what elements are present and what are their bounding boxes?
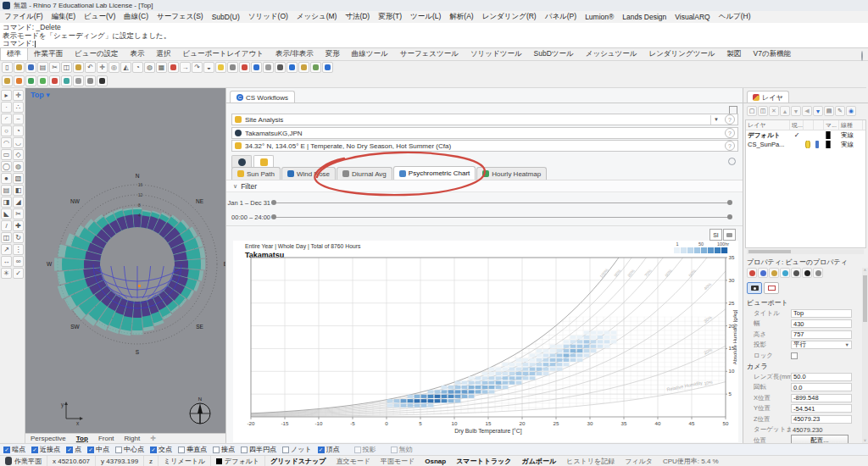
chart-tab-sun-path[interactable]: Sun Path: [231, 167, 281, 180]
checkbox-icon[interactable]: [241, 447, 248, 453]
conic-icon[interactable]: ◡: [13, 137, 24, 148]
menu-item-レンダリング(R)[interactable]: レンダリング(R): [478, 12, 541, 22]
layer-lock-cell[interactable]: [814, 141, 824, 148]
match-layer-icon[interactable]: ▤: [824, 106, 834, 116]
layer-color-swatch[interactable]: [826, 141, 831, 148]
property-value-field[interactable]: 0.0: [791, 383, 852, 391]
menu-item-ツール(L)[interactable]: ツール(L): [406, 12, 445, 22]
toolbar-tab-作業平面[interactable]: 作業平面: [28, 48, 69, 60]
copy-icon[interactable]: ◫: [1, 232, 12, 243]
move-down-icon[interactable]: ▼: [791, 106, 801, 116]
layer-linetype-cell[interactable]: 実線: [839, 131, 863, 140]
menu-item-VisualARQ[interactable]: VisualARQ: [670, 13, 714, 21]
checkbox-icon[interactable]: [178, 447, 185, 453]
mesh-icon[interactable]: [813, 268, 823, 278]
material-icon[interactable]: [758, 268, 768, 278]
toolbar-tab-標準[interactable]: 標準: [0, 47, 28, 60]
location-climate-row[interactable]: 34.32° N, 134.05° E | Temperate, No Dry …: [231, 140, 738, 152]
osnap-中心点[interactable]: 中心点: [115, 445, 144, 454]
menu-item-パネル(P)[interactable]: パネル(P): [541, 12, 581, 22]
status-toggle-フィルタ[interactable]: フィルタ: [620, 457, 658, 466]
toolbar-tab-メッシュツール[interactable]: メッシュツール: [580, 48, 643, 60]
osnap-垂直点[interactable]: 垂直点: [178, 445, 207, 454]
checkbox-icon[interactable]: ✓: [318, 447, 325, 453]
command-area[interactable]: コマンド: _Delete 表示モードを「シェーディング」に設定しました。 コマ…: [0, 23, 868, 48]
tools-icon[interactable]: [310, 62, 321, 73]
help-icon[interactable]: [322, 62, 333, 73]
toolbar-tab-サーフェスツール[interactable]: サーフェスツール: [394, 48, 465, 60]
osnap-中点[interactable]: ✓中点: [87, 445, 109, 454]
annotation-icon[interactable]: [791, 268, 801, 278]
context-teal-box-icon[interactable]: [61, 75, 72, 86]
viewport-tab-Top[interactable]: Top: [71, 435, 93, 442]
export-icon[interactable]: [723, 229, 736, 241]
menu-item-Lumion®[interactable]: Lumion®: [581, 13, 618, 21]
context-red-pie-icon[interactable]: [49, 75, 60, 86]
command-prompt[interactable]: コマンド:: [3, 40, 868, 48]
property-value-field[interactable]: 50.0: [791, 373, 852, 381]
chart-tab-hourly-heatmap[interactable]: Hourly Heatmap: [476, 167, 547, 180]
toolbar-tab-V7の新機能[interactable]: V7の新機能: [748, 48, 798, 60]
layer-color-cell[interactable]: [824, 141, 839, 148]
trim-icon[interactable]: ✂: [13, 208, 24, 219]
status-coord[interactable]: z: [144, 456, 159, 466]
status-toggle-スマートトラック[interactable]: スマートトラック: [451, 457, 516, 466]
help-icon[interactable]: ◉: [846, 106, 856, 116]
osnap-頂点[interactable]: ✓頂点: [318, 445, 340, 454]
move-gumball-icon[interactable]: ✛: [13, 90, 24, 101]
lock-icon[interactable]: [815, 141, 819, 148]
slider-handle-start[interactable]: [271, 214, 276, 219]
rotate-view-icon[interactable]: [168, 62, 179, 73]
viewport-layout-icon[interactable]: ▦: [156, 62, 167, 73]
render-dark-icon[interactable]: [275, 62, 286, 73]
scroll-up-icon[interactable]: ˄: [864, 268, 866, 273]
cut-icon[interactable]: ✂: [49, 62, 60, 73]
checkbox-icon[interactable]: ✓: [66, 447, 73, 453]
menu-item-ファイル(F)[interactable]: ファイル(F): [0, 12, 47, 22]
layers-icon[interactable]: [769, 268, 779, 278]
menu-item-ヘルプ(H)[interactable]: ヘルプ(H): [715, 12, 755, 22]
layer-linetype-cell[interactable]: 実線: [839, 141, 863, 149]
status-toggle-ヒストリを記録[interactable]: ヒストリを記録: [561, 457, 620, 466]
checkbox-icon[interactable]: ✓: [87, 447, 94, 453]
toolbar-tab-製図[interactable]: 製図: [721, 48, 748, 60]
explode-icon[interactable]: ✳: [1, 268, 12, 279]
osnap-投影[interactable]: 投影: [354, 445, 376, 454]
menu-item-Lands Design[interactable]: Lands Design: [618, 13, 670, 21]
menu-item-メッシュ(M)[interactable]: メッシュ(M): [292, 12, 342, 22]
chart-tab-diurnal-avg[interactable]: Diurnal Avg: [337, 167, 392, 180]
viewport-tab-Front[interactable]: Front: [93, 435, 120, 442]
layers-panel-tab[interactable]: レイヤ: [747, 91, 789, 103]
array-icon[interactable]: ⋮: [13, 244, 24, 255]
menu-item-サーフェス(S)[interactable]: サーフェス(S): [153, 12, 208, 22]
property-value-field[interactable]: 45079.23: [791, 415, 852, 424]
camera-toggle-button[interactable]: [747, 282, 762, 294]
menu-item-編集(E)[interactable]: 編集(E): [47, 12, 80, 22]
render-globe-icon[interactable]: [287, 62, 298, 73]
property-checkbox[interactable]: [791, 352, 798, 359]
surface-icon[interactable]: ▤: [1, 185, 12, 196]
osnap-近接点[interactable]: ✓近接点: [31, 445, 60, 454]
property-value-field[interactable]: -899.548: [791, 394, 852, 402]
layer-current-cell[interactable]: ✓: [790, 131, 804, 139]
property-value-field[interactable]: -54.541: [791, 404, 852, 413]
osnap-接点[interactable]: 接点: [213, 445, 235, 454]
new-sublayer-icon[interactable]: ◫: [758, 106, 768, 116]
property-value-field[interactable]: Top: [791, 309, 852, 318]
checkbox-icon[interactable]: ✓: [150, 447, 157, 453]
context-grid-box-icon[interactable]: [25, 75, 36, 86]
toolbar-tab-ビューの設定[interactable]: ビューの設定: [69, 48, 125, 60]
join-icon[interactable]: ∞: [13, 256, 24, 267]
chamfer-icon[interactable]: ◣: [1, 208, 12, 219]
checkbox-icon[interactable]: [115, 447, 122, 453]
place-button[interactable]: 配置...: [791, 435, 849, 443]
lightbulb-icon[interactable]: [215, 62, 226, 73]
cplane-button[interactable]: 作業平面: [0, 456, 47, 466]
move-icon[interactable]: ✚: [13, 220, 24, 231]
toolbar-tab-曲線ツール[interactable]: 曲線ツール: [346, 48, 394, 60]
arc-icon[interactable]: ◔: [13, 125, 24, 136]
save-icon[interactable]: [25, 62, 36, 73]
toolbar-tab-表示/非表示[interactable]: 表示/非表示: [270, 48, 320, 60]
time-range-slider[interactable]: [274, 217, 730, 218]
menu-item-SubD(U)[interactable]: SubD(U): [208, 13, 244, 21]
